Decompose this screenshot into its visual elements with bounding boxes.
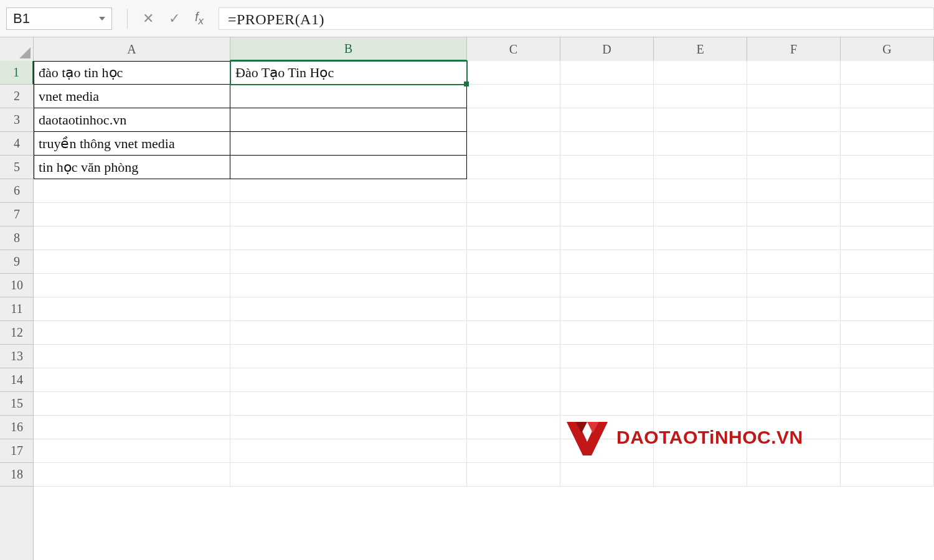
cell[interactable] xyxy=(467,368,560,392)
row-header[interactable]: 3 xyxy=(0,108,34,132)
cell[interactable] xyxy=(841,368,934,392)
cell[interactable] xyxy=(467,463,560,487)
cell[interactable] xyxy=(560,156,654,179)
select-all-corner[interactable] xyxy=(0,37,34,61)
cell[interactable] xyxy=(654,345,747,368)
cell[interactable] xyxy=(841,439,934,463)
cell[interactable] xyxy=(467,274,560,297)
cell[interactable] xyxy=(654,368,747,392)
cell[interactable] xyxy=(34,297,230,321)
formula-input[interactable]: =PROPER(A1) xyxy=(219,7,934,30)
row-header[interactable]: 16 xyxy=(0,416,34,439)
cell[interactable] xyxy=(747,416,841,439)
row-header[interactable]: 18 xyxy=(0,463,34,487)
cell[interactable] xyxy=(654,203,747,226)
cell[interactable]: truyền thông vnet media xyxy=(34,132,230,156)
cell[interactable] xyxy=(560,368,654,392)
row-header[interactable]: 2 xyxy=(0,85,34,108)
cell[interactable] xyxy=(560,321,654,345)
column-header[interactable]: C xyxy=(467,37,560,61)
cell[interactable] xyxy=(747,203,841,226)
cell[interactable] xyxy=(467,179,560,203)
cell[interactable]: Đào Tạo Tin Học xyxy=(230,61,467,85)
cell-grid[interactable]: đào tạo tin họcĐào Tạo Tin Họcvnet media… xyxy=(34,61,934,560)
column-header[interactable]: A xyxy=(34,37,230,61)
cell[interactable] xyxy=(560,416,654,439)
cell[interactable] xyxy=(654,85,747,108)
cell[interactable] xyxy=(230,274,467,297)
cell[interactable] xyxy=(747,463,841,487)
cell[interactable] xyxy=(560,345,654,368)
cell[interactable] xyxy=(34,345,230,368)
cell[interactable] xyxy=(747,108,841,132)
cell[interactable] xyxy=(841,463,934,487)
cell[interactable] xyxy=(747,226,841,250)
row-header[interactable]: 4 xyxy=(0,132,34,156)
cell[interactable] xyxy=(467,132,560,156)
cell[interactable] xyxy=(34,416,230,439)
enter-icon[interactable]: ✓ xyxy=(169,11,180,27)
cell[interactable]: vnet media xyxy=(34,85,230,108)
cell[interactable] xyxy=(230,108,467,132)
cell[interactable] xyxy=(747,179,841,203)
fx-icon[interactable]: fx xyxy=(195,10,204,27)
cell[interactable] xyxy=(230,392,467,416)
cell[interactable] xyxy=(467,321,560,345)
column-header[interactable]: F xyxy=(747,37,841,61)
cell[interactable] xyxy=(467,226,560,250)
cell[interactable] xyxy=(747,274,841,297)
cell[interactable] xyxy=(841,179,934,203)
cell[interactable] xyxy=(654,392,747,416)
cell[interactable] xyxy=(34,250,230,274)
cell[interactable] xyxy=(230,226,467,250)
cell[interactable] xyxy=(467,203,560,226)
cell[interactable] xyxy=(654,179,747,203)
cell[interactable] xyxy=(654,439,747,463)
cell[interactable] xyxy=(560,226,654,250)
cell[interactable] xyxy=(747,345,841,368)
row-header[interactable]: 6 xyxy=(0,179,34,203)
cell[interactable] xyxy=(841,392,934,416)
cell[interactable] xyxy=(230,439,467,463)
row-header[interactable]: 13 xyxy=(0,345,34,368)
cell[interactable] xyxy=(841,203,934,226)
cell[interactable]: đào tạo tin học xyxy=(34,61,230,85)
cell[interactable] xyxy=(560,108,654,132)
cell[interactable] xyxy=(654,321,747,345)
cell[interactable] xyxy=(654,297,747,321)
column-header[interactable]: D xyxy=(560,37,654,61)
cell[interactable] xyxy=(467,61,560,85)
cell[interactable] xyxy=(34,463,230,487)
row-header[interactable]: 11 xyxy=(0,297,34,321)
cell[interactable]: daotaotinhoc.vn xyxy=(34,108,230,132)
cell[interactable] xyxy=(560,132,654,156)
row-header[interactable]: 1 xyxy=(0,61,34,85)
cell[interactable] xyxy=(654,250,747,274)
cancel-icon[interactable]: ✕ xyxy=(143,11,154,27)
cell[interactable] xyxy=(560,203,654,226)
row-header[interactable]: 5 xyxy=(0,156,34,179)
row-header[interactable]: 17 xyxy=(0,439,34,463)
chevron-down-icon[interactable] xyxy=(99,17,105,21)
row-header[interactable]: 7 xyxy=(0,203,34,226)
cell[interactable] xyxy=(747,368,841,392)
cell[interactable] xyxy=(467,85,560,108)
cell[interactable] xyxy=(230,203,467,226)
row-header[interactable]: 12 xyxy=(0,321,34,345)
cell[interactable] xyxy=(654,61,747,85)
cell[interactable] xyxy=(747,156,841,179)
cell[interactable] xyxy=(560,85,654,108)
cell[interactable] xyxy=(747,297,841,321)
cell[interactable] xyxy=(841,132,934,156)
column-header[interactable]: E xyxy=(654,37,747,61)
cell[interactable] xyxy=(34,321,230,345)
cell[interactable] xyxy=(230,250,467,274)
cell[interactable] xyxy=(841,274,934,297)
cell[interactable] xyxy=(230,368,467,392)
cell[interactable] xyxy=(654,132,747,156)
cell[interactable] xyxy=(560,439,654,463)
cell[interactable] xyxy=(654,156,747,179)
cell[interactable] xyxy=(230,179,467,203)
cell[interactable] xyxy=(230,463,467,487)
cell[interactable] xyxy=(747,439,841,463)
